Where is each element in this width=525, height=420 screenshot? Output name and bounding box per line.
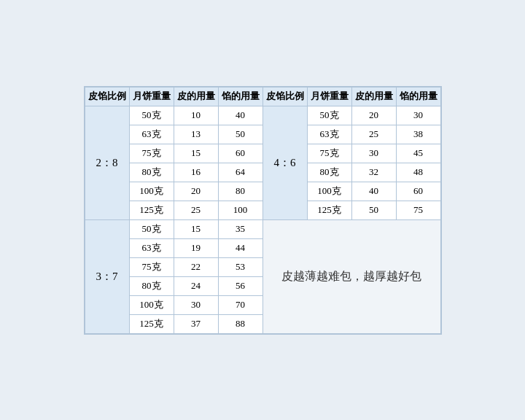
weight-cell: 125克 xyxy=(129,314,174,333)
table-row: 2：8 50克 10 40 4：6 50克 20 30 xyxy=(85,106,440,125)
weight-cell: 50克 xyxy=(129,106,174,125)
skin-cell: 24 xyxy=(174,276,218,295)
filling-cell: 80 xyxy=(218,182,262,201)
skin-cell-r: 20 xyxy=(351,106,396,125)
weight-cell: 100克 xyxy=(129,295,174,314)
weight-cell-r: 125克 xyxy=(307,201,351,219)
filling-cell: 56 xyxy=(218,276,262,295)
filling-cell-r: 75 xyxy=(396,201,440,219)
header-weight-right: 月饼重量 xyxy=(307,87,351,106)
skin-cell: 10 xyxy=(174,106,218,125)
header-ratio-right: 皮馅比例 xyxy=(262,87,307,106)
skin-cell-r: 32 xyxy=(351,163,396,182)
filling-cell-r: 48 xyxy=(396,163,440,182)
skin-cell: 37 xyxy=(174,314,218,333)
weight-cell: 100克 xyxy=(129,182,174,201)
header-weight-left: 月饼重量 xyxy=(129,87,174,106)
header-row: 皮馅比例 月饼重量 皮的用量 馅的用量 皮馅比例 月饼重量 皮的用量 馅的用量 xyxy=(85,87,440,106)
filling-cell: 60 xyxy=(218,144,262,163)
filling-cell: 64 xyxy=(218,163,262,182)
note-cell: 皮越薄越难包，越厚越好包 xyxy=(262,219,440,333)
header-ratio-left: 皮馅比例 xyxy=(85,87,129,106)
filling-cell: 88 xyxy=(218,314,262,333)
skin-cell: 30 xyxy=(174,295,218,314)
header-filling-right: 馅的用量 xyxy=(396,87,440,106)
skin-cell: 13 xyxy=(174,125,218,144)
weight-cell: 80克 xyxy=(129,163,174,182)
weight-cell: 63克 xyxy=(129,125,174,144)
skin-cell: 19 xyxy=(174,238,218,257)
filling-cell: 40 xyxy=(218,106,262,125)
header-skin-right: 皮的用量 xyxy=(351,87,396,106)
filling-cell: 100 xyxy=(218,201,262,219)
filling-cell: 35 xyxy=(218,219,262,238)
weight-cell: 75克 xyxy=(129,144,174,163)
skin-cell-r: 40 xyxy=(351,182,396,201)
header-filling-left: 馅的用量 xyxy=(218,87,262,106)
weight-cell-r: 50克 xyxy=(307,106,351,125)
filling-cell-r: 45 xyxy=(396,144,440,163)
filling-cell: 70 xyxy=(218,295,262,314)
skin-cell: 22 xyxy=(174,257,218,276)
weight-cell-r: 63克 xyxy=(307,125,351,144)
header-skin-left: 皮的用量 xyxy=(174,87,218,106)
ratio-cell-37: 3：7 xyxy=(85,219,129,333)
filling-cell: 50 xyxy=(218,125,262,144)
skin-cell-r: 30 xyxy=(351,144,396,163)
filling-cell-r: 38 xyxy=(396,125,440,144)
weight-cell: 80克 xyxy=(129,276,174,295)
ratio-cell-28: 2：8 xyxy=(85,106,129,219)
ratio-cell-46: 4：6 xyxy=(262,106,307,219)
skin-cell: 15 xyxy=(174,144,218,163)
skin-cell: 25 xyxy=(174,201,218,219)
filling-cell: 44 xyxy=(218,238,262,257)
weight-cell-r: 80克 xyxy=(307,163,351,182)
weight-cell: 75克 xyxy=(129,257,174,276)
filling-cell-r: 60 xyxy=(396,182,440,201)
table-row: 3：7 50克 15 35 皮越薄越难包，越厚越好包 xyxy=(85,219,440,238)
skin-cell: 15 xyxy=(174,219,218,238)
weight-cell: 125克 xyxy=(129,201,174,219)
weight-cell: 50克 xyxy=(129,219,174,238)
skin-cell: 16 xyxy=(174,163,218,182)
skin-cell: 20 xyxy=(174,182,218,201)
skin-cell-r: 25 xyxy=(351,125,396,144)
filling-cell-r: 30 xyxy=(396,106,440,125)
weight-cell-r: 100克 xyxy=(307,182,351,201)
weight-cell-r: 75克 xyxy=(307,144,351,163)
weight-cell: 63克 xyxy=(129,238,174,257)
spreadsheet: 皮馅比例 月饼重量 皮的用量 馅的用量 皮馅比例 月饼重量 皮的用量 馅的用量 … xyxy=(84,86,442,335)
filling-cell: 53 xyxy=(218,257,262,276)
skin-cell-r: 50 xyxy=(351,201,396,219)
